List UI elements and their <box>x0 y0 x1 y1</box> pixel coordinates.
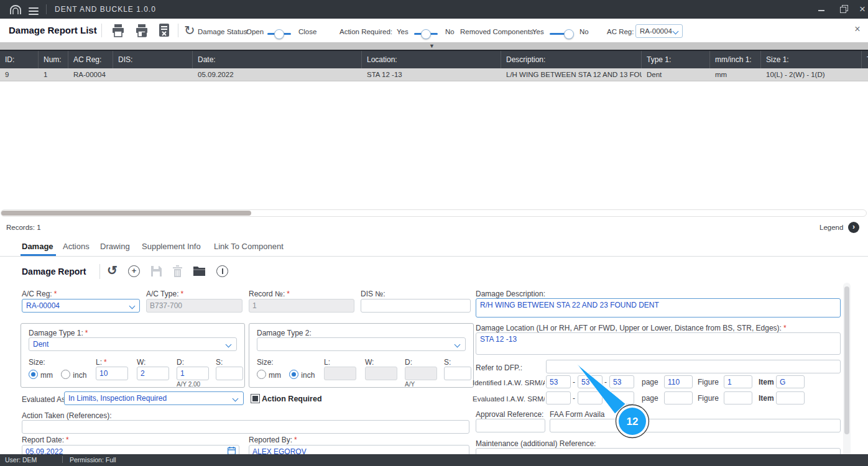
s1-label: S: <box>216 358 223 367</box>
action-taken-field[interactable] <box>22 420 469 434</box>
splitter-collapse-bar[interactable]: ▼ <box>0 42 868 50</box>
removed-components-yes-label: Yes <box>532 28 544 35</box>
evaluated-f1-field[interactable] <box>546 391 571 404</box>
app-title: DENT AND BUCKLE 1.0.0 <box>55 5 156 14</box>
refer-dfp-field[interactable] <box>546 360 841 373</box>
evaluated-f2-field[interactable] <box>578 391 603 404</box>
print-preview-icon[interactable] <box>134 24 149 37</box>
damage-type2-select[interactable] <box>257 337 466 351</box>
legend-expand-icon[interactable]: › <box>848 222 859 233</box>
horizontal-scrollbar-thumb[interactable] <box>1 211 251 216</box>
col-location[interactable]: Location: <box>362 51 501 70</box>
d2-label: D: <box>405 358 412 367</box>
damage-description-field[interactable]: R/H WING BETWEEN STA 22 AND 23 FOUND DEN… <box>476 298 841 318</box>
dis-no-field[interactable] <box>361 299 471 313</box>
evaluated-page-label: page <box>642 394 658 403</box>
ac-reg-select[interactable]: RA-00004 <box>22 299 140 313</box>
add-record-icon[interactable]: + <box>128 265 140 277</box>
col-mminch1[interactable]: mm/inch 1: <box>710 51 761 70</box>
s2-field[interactable] <box>444 367 471 380</box>
col-clipped[interactable]: T <box>862 51 868 70</box>
records-count: Records: 1 <box>6 224 41 231</box>
window-restore-button[interactable] <box>833 0 852 19</box>
refresh-icon[interactable]: ↻ <box>184 24 195 37</box>
identified-f3-field[interactable] <box>609 375 634 388</box>
removed-components-toggle[interactable] <box>550 29 573 39</box>
mm-radio[interactable] <box>257 370 266 379</box>
panel-close-icon[interactable]: × <box>851 24 864 35</box>
ac-type-label: A/C Type:* <box>146 290 183 298</box>
export-excel-icon[interactable] <box>158 23 170 38</box>
tab-link-to-component[interactable]: Link To Component <box>214 242 284 251</box>
mm-radio[interactable] <box>29 370 38 379</box>
identified-f2-field[interactable] <box>578 375 603 388</box>
col-size1[interactable]: Size 1: <box>761 51 862 70</box>
evaluated-as-select[interactable]: In Limits, Inspection Required <box>64 391 244 405</box>
w1-field[interactable] <box>137 367 169 380</box>
tab-actions[interactable]: Actions <box>63 242 90 251</box>
col-dis[interactable]: DIS: <box>113 51 193 70</box>
s1-field[interactable] <box>216 367 243 380</box>
status-divider <box>62 456 63 463</box>
mm-label: mm <box>269 371 281 380</box>
vertical-scrollbar-thumb[interactable] <box>844 286 849 434</box>
table-row[interactable]: 9 1 RA-00004 05.09.2022 STA 12 -13 L/H W… <box>0 68 868 81</box>
identified-item-field[interactable] <box>776 375 805 388</box>
damage-location-field[interactable]: STA 12 -13 <box>476 332 841 355</box>
col-id[interactable]: ID: <box>0 51 39 70</box>
l1-field[interactable] <box>96 367 128 380</box>
chevron-down-icon <box>226 342 232 348</box>
grid-header-row: ID: Num: AC Reg: DIS: Date: Location: De… <box>0 50 868 68</box>
faa-form-field[interactable] <box>550 419 841 432</box>
ac-type-field[interactable] <box>146 299 242 313</box>
col-description[interactable]: Description: <box>501 51 642 70</box>
identified-page-field[interactable] <box>664 375 693 388</box>
evaluated-item-field[interactable] <box>776 391 805 404</box>
tab-damage[interactable]: Damage <box>22 242 53 251</box>
app-logo-icon <box>9 4 22 15</box>
damage-status-toggle[interactable] <box>267 29 291 39</box>
collapse-arrow-icon[interactable]: ▼ <box>429 42 435 50</box>
delete-icon[interactable] <box>172 265 183 277</box>
ac-reg-filter-select[interactable]: RA-00004 <box>635 24 683 38</box>
ac-reg-filter-label: AC Reg: <box>607 28 634 35</box>
evaluated-f3-field[interactable] <box>609 391 634 404</box>
action-required-toggle[interactable] <box>414 29 438 39</box>
archive-folder-icon[interactable] <box>193 265 206 276</box>
evaluated-figure-field[interactable] <box>724 391 752 404</box>
identified-f1-field[interactable] <box>546 375 571 388</box>
col-type1[interactable]: Type 1: <box>642 51 710 70</box>
d1-field[interactable] <box>177 367 209 380</box>
info-icon[interactable] <box>216 265 228 277</box>
l2-label: L: <box>324 358 330 367</box>
l2-field[interactable] <box>324 367 356 380</box>
w2-field[interactable] <box>365 367 397 380</box>
identified-figure-field[interactable] <box>724 375 752 388</box>
tab-supplement-info[interactable]: Supplement Info <box>142 242 201 251</box>
col-date[interactable]: Date: <box>193 51 362 70</box>
dash: - <box>573 378 575 386</box>
inch-radio[interactable] <box>289 370 298 379</box>
record-no-field[interactable] <box>249 299 354 313</box>
chevron-down-icon <box>673 29 679 35</box>
col-acreg[interactable]: AC Reg: <box>68 51 113 70</box>
identified-page-label: page <box>642 378 658 386</box>
evaluated-page-field[interactable] <box>664 391 693 404</box>
action-required-checkbox[interactable] <box>251 394 260 403</box>
inch-radio[interactable] <box>61 370 70 379</box>
approval-reference-field[interactable] <box>476 419 545 432</box>
save-icon[interactable] <box>150 265 162 277</box>
print-icon[interactable] <box>111 24 126 37</box>
action-required-check-label: Action Required <box>262 395 322 403</box>
tab-drawing[interactable]: Drawing <box>100 242 130 251</box>
identified-figure-label: Figure <box>698 378 719 386</box>
menu-icon[interactable] <box>29 6 39 17</box>
cell-num: 1 <box>39 68 68 81</box>
window-minimize-button[interactable] <box>812 0 831 19</box>
undo-icon[interactable]: ↺ <box>107 264 118 276</box>
identified-item-label: Item <box>759 378 774 386</box>
col-num[interactable]: Num: <box>39 51 68 70</box>
damage-type1-select[interactable]: Dent <box>29 337 237 351</box>
d2-field[interactable] <box>405 367 437 380</box>
window-close-button[interactable]: × <box>853 0 868 19</box>
